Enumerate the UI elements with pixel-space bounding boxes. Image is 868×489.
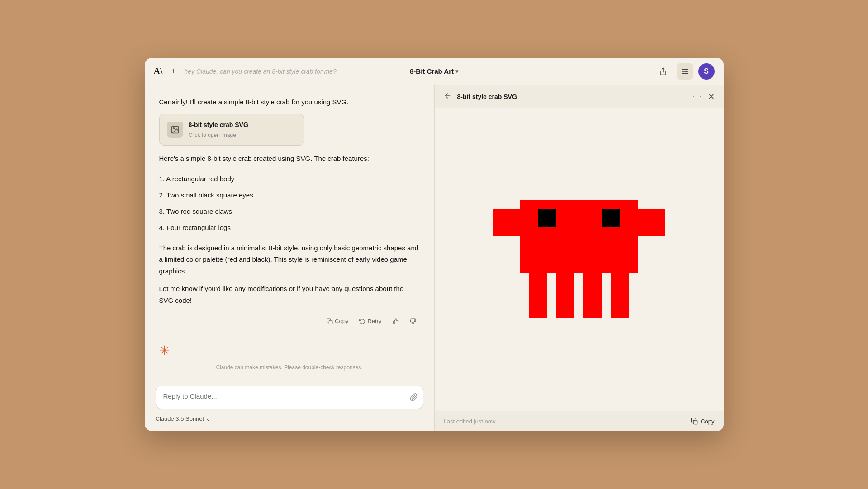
svg-rect-10 (493, 209, 520, 236)
thumbs-up-icon (393, 318, 399, 324)
logo-area: A\ (154, 66, 163, 76)
conversation-title[interactable]: 8-Bit Crab Art ▾ (410, 67, 458, 75)
copy-icon (691, 418, 698, 425)
claude-icon-row: ✳ (145, 344, 434, 361)
copy-icon (327, 318, 333, 324)
svg-point-8 (173, 128, 174, 129)
right-header: 8-bit style crab SVG ··· ✕ (435, 85, 724, 108)
svg-point-4 (683, 69, 684, 70)
main-window: A\ + hey Claude, can you create an 8-bit… (145, 58, 724, 432)
panel-copy-button[interactable]: Copy (691, 418, 714, 425)
artifact-card[interactable]: 8-bit style crab SVG Click to open image (159, 114, 304, 146)
message-body-para: The crab is designed in a minimalist 8-b… (159, 242, 420, 277)
top-right-actions: S (655, 63, 715, 80)
copy-button[interactable]: Copy (323, 316, 352, 326)
crab-svg (493, 173, 665, 345)
assistant-message: Certainly! I'll create a simple 8-bit st… (159, 96, 420, 306)
top-bar: A\ + hey Claude, can you create an 8-bit… (145, 58, 724, 85)
message-body-intro: Here's a simple 8-bit style crab created… (159, 153, 420, 165)
claude-asterisk-icon: ✳ (159, 344, 170, 357)
list-item: 2. Two small black square eyes (159, 187, 420, 203)
artifact-info: 8-bit style crab SVG Click to open image (189, 120, 248, 140)
svg-rect-12 (520, 200, 638, 273)
content-area: Certainly! I'll create a simple 8-bit st… (145, 85, 724, 432)
svg-rect-11 (638, 209, 665, 236)
panel-close-button[interactable]: ✕ (708, 92, 715, 102)
features-list: 1. A rectangular red body 2. Two small b… (159, 171, 420, 236)
crab-display (475, 155, 683, 365)
svg-rect-14 (602, 209, 620, 227)
artifact-icon (167, 122, 183, 138)
thumbs-up-button[interactable] (389, 316, 403, 326)
svg-rect-16 (556, 273, 574, 318)
right-panel: 8-bit style crab SVG ··· ✕ (434, 85, 724, 432)
svg-rect-19 (693, 420, 697, 424)
list-item: 4. Four rectangular legs (159, 220, 420, 236)
artifact-title: 8-bit style crab SVG (189, 120, 248, 131)
right-content (435, 108, 724, 411)
back-icon (444, 92, 452, 100)
svg-rect-17 (583, 273, 602, 318)
new-chat-button[interactable]: + (168, 66, 179, 77)
svg-rect-13 (538, 209, 556, 227)
svg-point-5 (685, 71, 687, 72)
logo: A\ (154, 66, 163, 76)
artifact-subtitle: Click to open image (189, 131, 248, 140)
input-ghost-text: hey Claude, can you create an 8-bit styl… (185, 68, 375, 75)
right-footer: Last edited just now Copy (435, 411, 724, 431)
paperclip-icon (410, 393, 418, 401)
user-avatar[interactable]: S (698, 63, 715, 80)
title-chevron-icon: ▾ (455, 68, 458, 75)
thumbs-down-icon (410, 318, 416, 324)
back-button[interactable] (444, 92, 452, 102)
thumbs-down-button[interactable] (406, 316, 420, 326)
input-area: Claude 3.5 Sonnet ⌄ (145, 378, 434, 431)
message-closing: Let me know if you'd like any modificati… (159, 283, 420, 306)
list-item: 1. A rectangular red body (159, 171, 420, 187)
list-item: 3. Two red square claws (159, 203, 420, 220)
panel-title: 8-bit style crab SVG (457, 93, 688, 100)
attach-button[interactable] (410, 393, 418, 403)
panel-more-button[interactable]: ··· (693, 92, 702, 101)
share-button[interactable] (655, 63, 671, 80)
message-actions: Copy Retry (159, 312, 420, 334)
retry-button[interactable]: Retry (356, 316, 385, 326)
reply-input[interactable] (156, 386, 423, 409)
svg-rect-15 (529, 273, 547, 318)
svg-point-6 (683, 73, 685, 74)
settings-button[interactable] (677, 63, 693, 80)
svg-rect-18 (611, 273, 629, 318)
chat-messages: Certainly! I'll create a simple 8-bit st… (145, 85, 434, 345)
model-selector[interactable]: Claude 3.5 Sonnet ⌄ (156, 415, 211, 422)
message-intro: Certainly! I'll create a simple 8-bit st… (159, 96, 420, 108)
disclaimer: Claude can make mistakes. Please double-… (145, 361, 434, 378)
svg-rect-9 (329, 320, 332, 324)
last-edited-text: Last edited just now (444, 418, 496, 425)
left-panel: Certainly! I'll create a simple 8-bit st… (145, 85, 434, 432)
input-wrapper (156, 386, 423, 411)
retry-icon (359, 318, 365, 324)
